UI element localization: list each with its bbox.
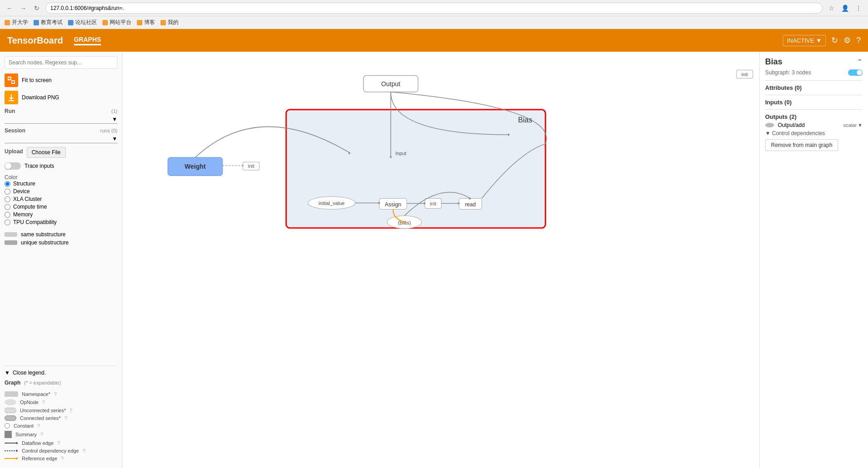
app-logo: TensorBoard (7, 35, 63, 46)
color-memory-radio[interactable] (5, 212, 10, 218)
svg-rect-27 (379, 199, 407, 210)
settings-icon[interactable]: ⚙ (844, 35, 851, 45)
control-dependencies[interactable]: ▼ Control dependencies (765, 130, 863, 136)
session-dropdown[interactable]: ▼ (5, 136, 117, 143)
header-right: INACTIVE ▼ ↻ ⚙ ? (783, 35, 861, 46)
reference-help[interactable]: ? (61, 456, 63, 461)
refresh-icon[interactable]: ↻ (831, 35, 838, 45)
color-structure[interactable]: Structure (5, 180, 117, 187)
legend-summary: Summary ? (5, 431, 117, 438)
trace-inputs-toggle[interactable] (5, 162, 21, 170)
bookmark-mine[interactable]: 我的 (160, 19, 179, 26)
output-scalar: scalar ▼ (844, 122, 863, 128)
session-chevron-icon: ▼ (112, 136, 117, 142)
outputs-section[interactable]: Outputs (2) (765, 113, 863, 120)
svg-marker-20 (508, 133, 510, 136)
connected-help[interactable]: ? (64, 415, 67, 421)
toggle-knob (5, 163, 11, 169)
svg-marker-9 (16, 457, 18, 460)
fit-to-screen-action[interactable]: Fit to screen (5, 73, 117, 87)
output-item: Output/add scalar ▼ (765, 122, 863, 128)
namespace-shape (5, 391, 18, 397)
namespace-help[interactable]: ? (54, 391, 57, 397)
run-section: Run (1) ▼ (5, 108, 117, 124)
bookmark-blog[interactable]: 博客 (137, 19, 155, 26)
subgraph-toggle[interactable] (848, 69, 863, 76)
color-device[interactable]: Device (5, 188, 117, 195)
color-tpu[interactable]: TPU Compatibility (5, 219, 117, 225)
svg-text:init: init (742, 72, 748, 77)
bookmark-website[interactable]: 网站平台 (102, 19, 131, 26)
opnode-help[interactable]: ? (42, 400, 45, 405)
forward-button[interactable]: → (18, 3, 28, 13)
svg-point-25 (308, 197, 355, 210)
legend-content: Graph (* = expandable) Namespace* ? OpNo… (5, 380, 117, 461)
svg-marker-41 (403, 221, 406, 223)
bookmark-icon (5, 20, 10, 25)
svg-text:read: read (465, 201, 476, 208)
graph-area[interactable]: Output Weight init Bias Input (122, 52, 759, 468)
unconnected-shape (5, 408, 16, 413)
run-dropdown[interactable]: ▼ (5, 116, 117, 124)
attributes-section[interactable]: Attributes (0) (765, 84, 863, 91)
summary-shape (5, 431, 12, 438)
svg-text:Output: Output (381, 80, 400, 88)
run-chevron-icon: ▼ (112, 116, 117, 122)
url-bar[interactable] (45, 3, 823, 14)
color-compute-radio[interactable] (5, 204, 10, 210)
color-compute[interactable]: Compute time (5, 204, 117, 210)
panel-divider-3 (765, 109, 863, 110)
reload-button[interactable]: ↻ (32, 3, 42, 13)
color-xla[interactable]: XLA Cluster (5, 196, 117, 202)
bookmark-forum[interactable]: 论坛社区 (68, 19, 97, 26)
chevron-down-ctrl-icon: ▼ (765, 130, 771, 136)
summary-help[interactable]: ? (40, 432, 43, 437)
color-section: Color Structure Device XLA Cluster Compu… (5, 174, 117, 227)
download-png-action[interactable]: Download PNG (5, 91, 117, 104)
nav-graphs[interactable]: GRAPHS (74, 36, 101, 45)
help-icon[interactable]: ? (856, 36, 861, 45)
bookmark-star[interactable]: ☆ (826, 3, 836, 13)
output-item-label: Output/add (778, 122, 805, 128)
profile-icon[interactable]: 👤 (840, 3, 850, 13)
download-icon (5, 91, 18, 104)
right-panel-close-button[interactable]: ⌃ (857, 58, 863, 66)
menu-icon[interactable]: ⋮ (853, 3, 863, 13)
opnode-shape (5, 399, 16, 405)
back-button[interactable]: ← (5, 3, 15, 13)
dataflow-help[interactable]: ? (57, 440, 60, 446)
chevron-down-icon: ▼ (816, 37, 822, 44)
color-structure-radio[interactable] (5, 181, 10, 187)
control-help[interactable]: ? (82, 448, 85, 453)
search-input[interactable] (5, 56, 117, 69)
legend-toggle[interactable]: ▼ Close legend. (5, 370, 117, 376)
svg-text:Input: Input (395, 151, 407, 156)
color-device-radio[interactable] (5, 189, 10, 195)
same-substructure-swatch (5, 232, 17, 237)
download-png-label: Download PNG (22, 94, 59, 101)
inputs-section[interactable]: Inputs (0) (765, 99, 863, 106)
svg-text:Bias: Bias (518, 116, 532, 124)
bookmark-edu[interactable]: 教育考试 (34, 19, 63, 26)
trace-inputs-row: Trace inputs (5, 162, 117, 170)
same-substructure-label: same substructure (21, 231, 66, 238)
unconnected-help[interactable]: ? (70, 408, 73, 413)
svg-text:(Bias): (Bias) (398, 220, 411, 225)
svg-text:init: init (430, 201, 436, 206)
legend-opnode: OpNode ? (5, 399, 117, 405)
legend-graph-title: Graph (5, 380, 20, 386)
constant-help[interactable]: ? (37, 423, 40, 429)
color-memory[interactable]: Memory (5, 211, 117, 218)
dataflow-arrow-shape (5, 440, 18, 446)
legend-expandable-note: (* = expandable) (24, 380, 61, 385)
choose-file-button[interactable]: Choose File (27, 147, 66, 158)
color-label: Color (5, 174, 18, 180)
left-sidebar: Fit to screen Download PNG Run (1) ▼ Ses… (0, 52, 122, 468)
color-tpu-radio[interactable] (5, 219, 10, 225)
inactive-dropdown[interactable]: INACTIVE ▼ (783, 35, 826, 46)
color-xla-radio[interactable] (5, 196, 10, 202)
remove-from-main-graph-button[interactable]: Remove from main graph (765, 139, 838, 151)
bookmark-kaida[interactable]: 开大学 (5, 19, 28, 26)
bookmark-bar: 开大学 教育考试 论坛社区 网站平台 博客 我的 (0, 16, 868, 29)
graph-svg: Output Weight init Bias Input (122, 52, 759, 468)
